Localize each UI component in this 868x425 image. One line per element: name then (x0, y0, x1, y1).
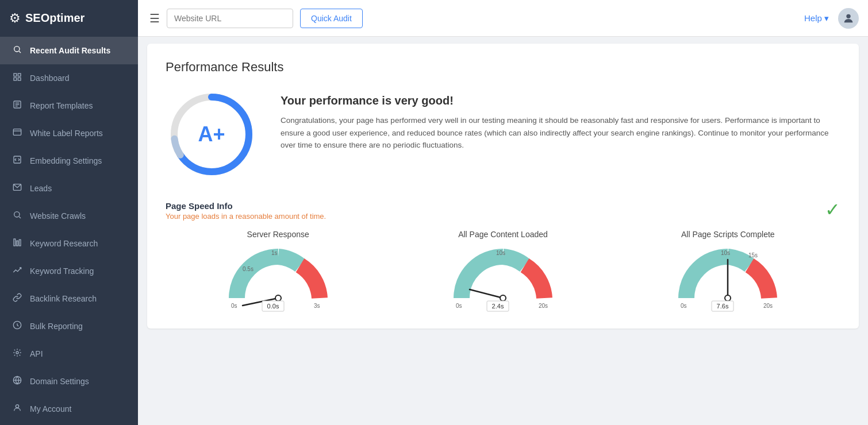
performance-panel: Performance Results A+ (147, 44, 859, 329)
logo-text: SEOptimer (25, 11, 85, 25)
hamburger-button[interactable]: ☰ (149, 11, 160, 25)
my-account-icon (11, 403, 23, 415)
sidebar-label-recent-audit: Recent Audit Results (30, 46, 110, 55)
sidebar: Recent Audit Results Dashboard Report Te… (0, 37, 138, 425)
embedding-icon (11, 155, 23, 167)
sidebar-item-keyword-research[interactable]: Keyword Research (0, 230, 138, 257)
sidebar-label-bulk-reporting: Bulk Reporting (30, 322, 83, 331)
svg-text:1s: 1s (271, 250, 278, 256)
grade-text-block: Your performance is very good! Congratul… (281, 88, 840, 152)
domain-settings-icon (11, 376, 23, 387)
sidebar-label-dashboard: Dashboard (30, 74, 70, 83)
sidebar-item-my-account[interactable]: My Account (0, 395, 138, 423)
topnav: ⚙ SEOptimer ☰ Quick Audit Help ▾ (0, 0, 868, 37)
sidebar-item-bulk-reporting[interactable]: Bulk Reporting (0, 312, 138, 340)
bulk-reporting-icon (11, 320, 23, 332)
help-button[interactable]: Help ▾ (804, 13, 829, 24)
sidebar-item-backlink-research[interactable]: Backlink Research (0, 285, 138, 312)
svg-point-23 (16, 405, 18, 408)
logo-area: ⚙ SEOptimer (0, 0, 138, 37)
sidebar-item-report-templates[interactable]: Report Templates (0, 92, 138, 119)
sidebar-label-embedding: Embedding Settings (30, 156, 102, 165)
url-input[interactable] (167, 9, 293, 28)
svg-point-20 (16, 351, 18, 354)
sidebar-item-recent-audit[interactable]: Recent Audit Results (0, 37, 138, 64)
svg-text:0.0s: 0.0s (267, 303, 279, 310)
sidebar-item-embedding[interactable]: Embedding Settings (0, 147, 138, 175)
dashboard-icon (11, 72, 23, 84)
svg-text:10s: 10s (721, 250, 730, 256)
sidebar-item-api[interactable]: API (0, 340, 138, 368)
sidebar-label-api: API (30, 349, 43, 358)
grade-section: A+ Your performance is very good! Congra… (166, 88, 840, 183)
speed-subtitle: Your page loads in a reasonable amount o… (166, 212, 326, 221)
svg-rect-6 (18, 78, 21, 80)
sidebar-item-keyword-tracking[interactable]: Keyword Tracking (0, 257, 138, 285)
svg-line-2 (19, 51, 21, 53)
sidebar-label-my-account: My Account (30, 404, 71, 414)
gauge-svg-1: 0s 10s 20s 2.4s (445, 244, 560, 312)
gauge-label-2: All Page Scripts Complete (681, 230, 775, 239)
gauge-content-loaded: All Page Content Loaded 0s 10s 20s (390, 230, 615, 312)
sidebar-label-keyword-research: Keyword Research (30, 239, 98, 248)
topnav-right: Help ▾ (804, 8, 859, 29)
sidebar-label-domain-settings: Domain Settings (30, 377, 89, 386)
sidebar-item-website-crawls[interactable]: Website Crawls (0, 202, 138, 230)
svg-point-0 (846, 14, 850, 18)
gauge-label-1: All Page Content Loaded (458, 230, 548, 239)
svg-text:7.6s: 7.6s (717, 303, 729, 310)
svg-rect-17 (14, 239, 16, 246)
gauge-server-response: Server Response 0s 0.5s 1s (166, 230, 390, 312)
sidebar-label-backlink-research: Backlink Research (30, 294, 97, 303)
svg-point-33 (275, 295, 281, 301)
svg-text:15s: 15s (748, 252, 758, 258)
svg-line-16 (19, 217, 21, 218)
svg-text:A+: A+ (198, 122, 225, 146)
gauge-svg-0: 0s 0.5s 1s 3s 0.0s (221, 244, 336, 312)
quick-audit-button[interactable]: Quick Audit (300, 9, 363, 28)
leads-icon (11, 183, 23, 194)
sidebar-label-website-crawls: Website Crawls (30, 211, 86, 221)
svg-rect-4 (18, 74, 21, 76)
content-area: Performance Results A+ (138, 37, 868, 425)
sidebar-item-domain-settings[interactable]: Domain Settings (0, 368, 138, 395)
grade-description: Congratulations, your page has performed… (281, 114, 840, 152)
svg-text:2.4s: 2.4s (492, 303, 504, 310)
sidebar-item-dashboard[interactable]: Dashboard (0, 64, 138, 92)
svg-rect-5 (14, 78, 17, 80)
svg-text:0s: 0s (231, 303, 237, 309)
sidebar-label-leads: Leads (30, 184, 52, 193)
white-label-icon (11, 128, 23, 139)
svg-text:0.5s: 0.5s (243, 266, 254, 272)
sidebar-item-leads[interactable]: Leads (0, 175, 138, 202)
gauge-scripts-complete: All Page Scripts Complete 0s 10s 15s (616, 230, 840, 312)
grade-headline: Your performance is very good! (281, 94, 840, 107)
sidebar-label-report-templates: Report Templates (30, 101, 93, 110)
svg-rect-19 (19, 239, 21, 246)
checkmark-icon: ✓ (825, 199, 840, 221)
gauges-row: Server Response 0s 0.5s 1s (166, 230, 840, 312)
api-icon (11, 348, 23, 360)
keyword-tracking-icon (11, 265, 23, 277)
sidebar-label-keyword-tracking: Keyword Tracking (30, 266, 94, 276)
grade-svg: A+ (166, 88, 258, 180)
search-icon (11, 45, 23, 56)
website-crawls-icon (11, 210, 23, 222)
svg-point-1 (14, 47, 20, 52)
svg-text:0s: 0s (681, 303, 687, 309)
sidebar-item-white-label[interactable]: White Label Reports (0, 119, 138, 147)
logo-icon: ⚙ (9, 11, 21, 26)
grade-circle: A+ (166, 88, 258, 183)
panel-title: Performance Results (166, 60, 840, 75)
svg-text:10s: 10s (496, 250, 505, 256)
svg-line-39 (470, 289, 503, 298)
gauge-svg-2: 0s 10s 15s 20s 7.6s (670, 244, 785, 312)
svg-text:3s: 3s (314, 303, 320, 309)
gauge-label-0: Server Response (247, 230, 309, 239)
keyword-research-icon (11, 238, 23, 249)
svg-text:0s: 0s (456, 303, 462, 309)
sidebar-label-white-label: White Label Reports (30, 129, 103, 138)
user-avatar[interactable] (838, 8, 859, 29)
svg-rect-3 (14, 74, 17, 76)
svg-point-40 (500, 295, 506, 301)
